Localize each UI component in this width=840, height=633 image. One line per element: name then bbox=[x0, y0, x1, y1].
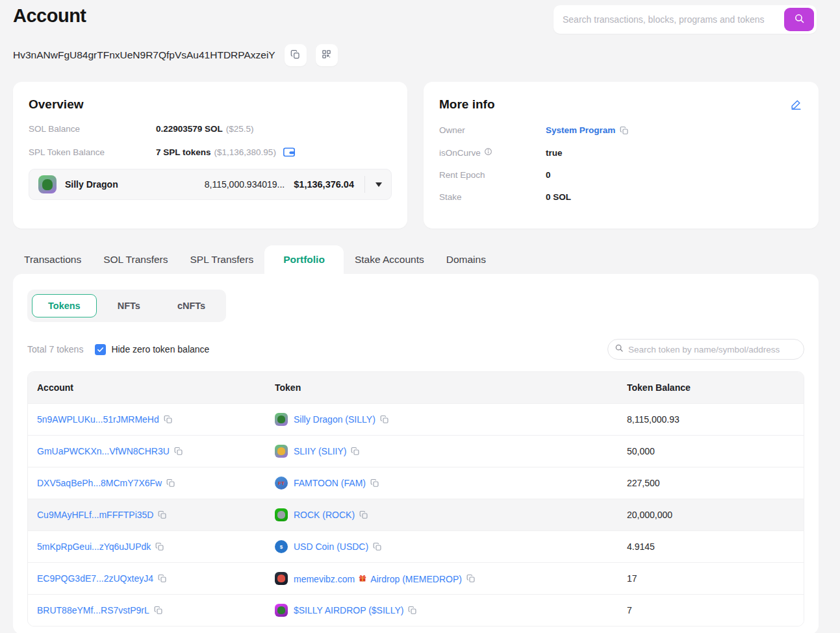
table-row: Cu9MAyHFLf...mFFFTPi35DROCK (ROCK)20,000… bbox=[28, 499, 804, 530]
subtab-tokens[interactable]: Tokens bbox=[32, 294, 97, 317]
copy-icon[interactable] bbox=[158, 510, 167, 519]
token-link[interactable]: FAMTOON (FAM) bbox=[294, 478, 366, 488]
token-cell: $USD Coin (USDC) bbox=[275, 540, 627, 553]
token-link[interactable]: SLIIY (SLIIY) bbox=[294, 446, 346, 456]
copy-icon[interactable] bbox=[380, 415, 389, 424]
qr-code-button[interactable] bbox=[316, 44, 338, 66]
tab-transactions[interactable]: Transactions bbox=[13, 245, 92, 274]
global-search bbox=[554, 5, 817, 34]
token-balance-cell: 50,000 bbox=[627, 446, 795, 456]
copy-icon[interactable] bbox=[466, 574, 476, 583]
copy-icon[interactable] bbox=[154, 606, 163, 615]
checkbox-checked-icon[interactable] bbox=[95, 344, 106, 355]
copy-icon[interactable] bbox=[373, 542, 382, 551]
overview-rows: SOL Balance0.22903579 SOL($25.5)SPL Toke… bbox=[29, 124, 392, 158]
account-address-link[interactable]: BRUT88eYMf...RS7vstP9rL bbox=[37, 605, 149, 615]
tab-domains[interactable]: Domains bbox=[435, 245, 497, 274]
tab-portfolio[interactable]: Portfolio bbox=[264, 245, 344, 274]
search-icon bbox=[615, 343, 624, 355]
more-info-row-label: Owner bbox=[439, 125, 546, 135]
global-search-input[interactable] bbox=[554, 14, 784, 25]
copy-icon[interactable] bbox=[620, 126, 629, 135]
summary-cards: Overview SOL Balance0.22903579 SOL($25.5… bbox=[13, 82, 819, 229]
chevron-down-icon[interactable] bbox=[375, 182, 382, 187]
copy-icon[interactable] bbox=[164, 415, 173, 424]
more-info-row: OwnerSystem Program bbox=[439, 125, 803, 135]
copy-icon[interactable] bbox=[359, 510, 368, 519]
tab-stake-accounts[interactable]: Stake Accounts bbox=[344, 245, 435, 274]
hide-zero-balance-label: Hide zero token balance bbox=[111, 344, 209, 354]
copy-address-button[interactable] bbox=[285, 44, 307, 66]
token-selector-name: Silly Dragon bbox=[65, 179, 118, 190]
table-row: 5mKpRpGeui...zYq6uJUPdk$USD Coin (USDC)4… bbox=[28, 530, 804, 562]
edit-button[interactable] bbox=[789, 97, 803, 113]
account-address-link[interactable]: DXV5aqBePh...8MCmY7X6Fw bbox=[37, 478, 162, 488]
account-address-link[interactable]: GmUaPWCKXn...VfWN8CHR3U bbox=[37, 446, 170, 456]
account-cell: BRUT88eYMf...RS7vstP9rL bbox=[37, 605, 275, 615]
token-cell: FTFAMTOON (FAM) bbox=[275, 477, 627, 490]
token-link[interactable]: Silly Dragon (SILLY) bbox=[294, 414, 375, 425]
copy-icon[interactable] bbox=[370, 478, 379, 488]
silly-dragon-token-icon bbox=[38, 175, 57, 193]
token-art bbox=[277, 511, 285, 519]
copy-icon[interactable] bbox=[351, 447, 360, 456]
token-link[interactable]: ROCK (ROCK) bbox=[294, 510, 355, 520]
hide-zero-balance-toggle[interactable]: Hide zero token balance bbox=[95, 344, 209, 355]
copy-icon[interactable] bbox=[155, 542, 164, 551]
subtab-nfts[interactable]: NFTs bbox=[101, 294, 157, 317]
token-art bbox=[277, 606, 285, 614]
token-search-input[interactable] bbox=[628, 345, 797, 354]
table-row: DXV5aqBePh...8MCmY7X6FwFTFAMTOON (FAM)22… bbox=[28, 467, 804, 499]
info-icon[interactable] bbox=[484, 147, 492, 158]
token-icon bbox=[275, 604, 288, 617]
search-icon bbox=[794, 13, 805, 26]
token-icon: FT bbox=[275, 477, 288, 490]
account-address-link[interactable]: 5mKpRpGeui...zYq6uJUPdk bbox=[37, 541, 151, 552]
copy-icon[interactable] bbox=[408, 606, 417, 615]
token-art bbox=[277, 575, 285, 582]
account-cell: DXV5aqBePh...8MCmY7X6Fw bbox=[37, 478, 275, 488]
token-art bbox=[277, 447, 285, 455]
account-address-link[interactable]: Cu9MAyHFLf...mFFFTPi35D bbox=[37, 510, 153, 520]
account-address: Hv3nANwFgU84grTFnxUeN9R7QfpVsAu41HTDRPAx… bbox=[13, 49, 275, 61]
subtab-cnfts[interactable]: cNFTs bbox=[161, 294, 222, 317]
account-cell: GmUaPWCKXn...VfWN8CHR3U bbox=[37, 446, 275, 456]
table-row: GmUaPWCKXn...VfWN8CHR3USLIIY (SLIIY)50,0… bbox=[28, 435, 804, 467]
copy-icon[interactable] bbox=[174, 447, 183, 456]
overview-card: Overview SOL Balance0.22903579 SOL($25.5… bbox=[13, 82, 407, 229]
token-cell: Silly Dragon (SILLY) bbox=[275, 413, 627, 426]
more-info-row-label: Rent Epoch bbox=[439, 170, 546, 180]
search-button[interactable] bbox=[784, 8, 814, 31]
copy-icon[interactable] bbox=[166, 478, 175, 488]
token-icon bbox=[275, 413, 288, 426]
column-header-token-balance: Token Balance bbox=[627, 382, 795, 393]
token-icon bbox=[275, 445, 288, 458]
tab-sol-transfers[interactable]: SOL Transfers bbox=[92, 245, 179, 274]
token-link[interactable]: $SILLY AIRDROP ($SILLY) bbox=[294, 605, 403, 615]
pencil-icon bbox=[791, 102, 802, 112]
portfolio-panel: TokensNFTscNFTs Total 7 tokens Hide zero… bbox=[13, 274, 819, 633]
filter-row: Total 7 tokens Hide zero token balance bbox=[27, 339, 804, 360]
total-tokens-text: Total 7 tokens bbox=[27, 344, 83, 354]
overview-row-value: 7 SPL tokens bbox=[156, 147, 211, 157]
more-info-row: isOnCurvetrue bbox=[439, 147, 803, 158]
account-cell: EC9PQG3dE7...2zUQxteyJ4 bbox=[37, 573, 275, 584]
wallet-icon[interactable] bbox=[283, 146, 296, 158]
token-link[interactable]: USD Coin (USDC) bbox=[294, 541, 368, 552]
token-cell: memevibz.comAirdrop (MEMEDROP) bbox=[275, 572, 627, 585]
copy-icon[interactable] bbox=[158, 574, 167, 583]
owner-link[interactable]: System Program bbox=[546, 125, 615, 135]
token-cell: SLIIY (SLIIY) bbox=[275, 445, 627, 458]
page-title: Account bbox=[13, 5, 86, 27]
overview-row-label: SPL Token Balance bbox=[29, 147, 156, 157]
account-address-link[interactable]: EC9PQG3dE7...2zUQxteyJ4 bbox=[37, 573, 153, 584]
more-info-row-value: 0 bbox=[546, 170, 551, 180]
token-link[interactable]: memevibz.comAirdrop (MEMEDROP) bbox=[294, 573, 462, 584]
account-address-link[interactable]: 5n9AWPLUKu...51rJMRMeHd bbox=[37, 414, 159, 425]
tab-spl-transfers[interactable]: SPL Transfers bbox=[179, 245, 265, 274]
account-tabs: TransactionsSOL TransfersSPL TransfersPo… bbox=[13, 245, 819, 274]
token-selector-dropdown[interactable]: Silly Dragon 8,115,000.934019... $1,136,… bbox=[29, 169, 392, 200]
token-icon bbox=[275, 572, 288, 585]
overview-row: SOL Balance0.22903579 SOL($25.5) bbox=[29, 124, 392, 134]
account-cell: Cu9MAyHFLf...mFFFTPi35D bbox=[37, 510, 275, 520]
